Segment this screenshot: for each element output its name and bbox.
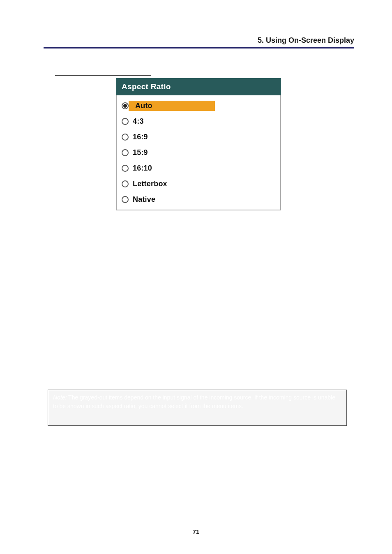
chapter-title: 5. Using On-Screen Display bbox=[258, 36, 354, 44]
desc-16-10: 16:10 – Scales image to fit the full wid… bbox=[48, 264, 352, 275]
menu-item-label: 15:9 bbox=[133, 148, 148, 157]
menu-item-label: 4:3 bbox=[133, 117, 144, 126]
menu-item-label: Letterbox bbox=[133, 180, 167, 188]
chapter-header: 5. Using On-Screen Display bbox=[44, 36, 354, 48]
description-block: Auto – Displays the current image in its… bbox=[48, 222, 352, 295]
note-label: Note: bbox=[53, 394, 67, 401]
menu-item-label: 16:9 bbox=[133, 133, 148, 141]
aspect-native[interactable]: Native bbox=[121, 192, 276, 207]
note-text: The grayed-out items depend on the input… bbox=[53, 394, 335, 409]
desc-16-9: 16:9 – Scales image to fit the full widt… bbox=[48, 243, 352, 254]
osd-menu: Aspect Ratio Auto 4:3 16:9 15:9 bbox=[116, 78, 281, 210]
section-title: Aspect Ratio bbox=[57, 67, 94, 74]
desc-4-3: 4:3 – Standard TV signals are displayed … bbox=[48, 233, 352, 243]
desc-letterbox: Letterbox – Reduces image to display the… bbox=[48, 275, 352, 285]
note-box: Note: The grayed-out items depend on the… bbox=[48, 390, 347, 426]
aspect-auto[interactable]: Auto bbox=[121, 98, 276, 113]
aspect-16-9[interactable]: 16:9 bbox=[121, 129, 276, 145]
osd-menu-body: Auto 4:3 16:9 15:9 16:10 Letter bbox=[116, 95, 281, 210]
radio-unselected-icon bbox=[122, 196, 129, 203]
radio-unselected-icon bbox=[122, 134, 129, 141]
aspect-15-9[interactable]: 15:9 bbox=[121, 145, 276, 160]
selection-highlight: Auto bbox=[129, 101, 215, 111]
menu-item-label: 16:10 bbox=[133, 164, 152, 173]
menu-item-label: Auto bbox=[135, 102, 152, 110]
osd-menu-title: Aspect Ratio bbox=[116, 78, 281, 95]
desc-auto: Auto – Displays the current image in its… bbox=[48, 222, 352, 233]
section-title-underline: Aspect Ratio bbox=[55, 64, 151, 76]
page: 5. Using On-Screen Display Aspect Ratio … bbox=[0, 0, 392, 554]
desc-native: Native – Displays the current image at i… bbox=[48, 285, 352, 295]
desc-15-9: 15:9 – Scales image to fit the full widt… bbox=[48, 254, 352, 264]
menu-item-label: Native bbox=[133, 195, 155, 204]
radio-unselected-icon bbox=[122, 180, 129, 187]
page-number: 71 bbox=[193, 528, 200, 535]
radio-unselected-icon bbox=[122, 165, 129, 172]
aspect-4-3[interactable]: 4:3 bbox=[121, 113, 276, 129]
radio-selected-icon bbox=[122, 102, 129, 109]
aspect-16-10[interactable]: 16:10 bbox=[121, 160, 276, 176]
radio-unselected-icon bbox=[122, 118, 129, 125]
aspect-letterbox[interactable]: Letterbox bbox=[121, 176, 276, 192]
radio-unselected-icon bbox=[122, 149, 129, 156]
